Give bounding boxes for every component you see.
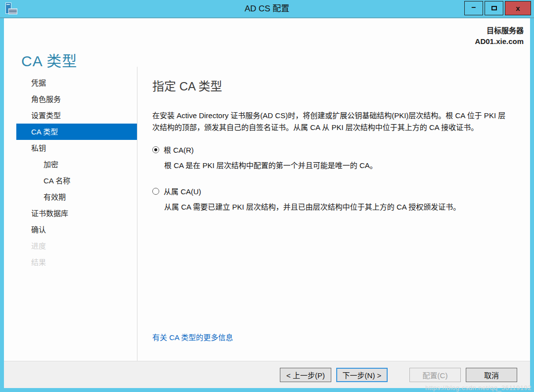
minimize-icon: – <box>472 3 476 11</box>
root-ca-description: 根 CA 是在 PKI 层次结构中配置的第一个并且可能是唯一的 CA。 <box>164 160 512 171</box>
configure-button: 配置(C) <box>409 368 461 382</box>
wizard-content: 凭据 角色服务 设置类型 CA 类型 私钥 加密 CA 名称 有效期 证书数据库… <box>4 67 530 361</box>
sidebar-item-results: 结果 <box>16 254 137 270</box>
subordinate-ca-label: 从属 CA(U) <box>164 186 201 196</box>
wizard-steps-sidebar: 凭据 角色服务 设置类型 CA 类型 私钥 加密 CA 名称 有效期 证书数据库… <box>4 67 137 361</box>
main-panel: 指定 CA 类型 在安装 Active Directory 证书服务(AD CS… <box>137 67 530 361</box>
sidebar-item-certificate-database[interactable]: 证书数据库 <box>16 205 137 221</box>
sidebar-item-confirmation[interactable]: 确认 <box>16 221 137 238</box>
sidebar-item-setup-type[interactable]: 设置类型 <box>16 107 137 124</box>
sidebar-item-cryptography[interactable]: 加密 <box>16 156 137 173</box>
maximize-button[interactable] <box>485 1 503 15</box>
titlebar: AD CS 配置 – x <box>0 0 534 17</box>
ca-type-options: 根 CA(R) 根 CA 是在 PKI 层次结构中配置的第一个并且可能是唯一的 … <box>152 144 512 213</box>
subordinate-ca-description: 从属 CA 需要已建立 PKI 层次结构，并且已由层次结构中位于其上方的 CA … <box>164 202 512 213</box>
root-ca-label: 根 CA(R) <box>164 144 194 155</box>
previous-button[interactable]: < 上一步(P) <box>280 368 331 382</box>
minimize-button[interactable]: – <box>464 1 483 15</box>
radio-checked-icon[interactable] <box>152 146 159 153</box>
option-subordinate-ca: 从属 CA(U) 从属 CA 需要已建立 PKI 层次结构，并且已由层次结构中位… <box>152 186 512 213</box>
sidebar-item-progress: 进度 <box>16 238 137 254</box>
root-ca-radio-row[interactable]: 根 CA(R) <box>152 144 512 155</box>
window-title: AD CS 配置 <box>0 0 534 17</box>
more-info-link[interactable]: 有关 CA 类型的更多信息 <box>152 332 233 342</box>
intro-paragraph: 在安装 Active Directory 证书服务(AD CS)时，将创建或扩展… <box>152 110 512 133</box>
window-controls: – x <box>464 1 531 15</box>
target-server-label: 目标服务器 <box>475 25 524 36</box>
close-icon: x <box>516 4 520 12</box>
close-button[interactable]: x <box>505 1 531 15</box>
target-server-block: 目标服务器 AD01.xie.com <box>475 25 524 47</box>
radio-unchecked-icon[interactable] <box>152 188 159 195</box>
sidebar-item-credentials[interactable]: 凭据 <box>16 75 137 91</box>
adcs-config-window: AD CS 配置 – x CA 类型 目标服务器 AD01.xie.com <box>0 0 534 392</box>
target-server-name: AD01.xie.com <box>475 36 524 47</box>
next-button[interactable]: 下一步(N) > <box>336 368 388 382</box>
cancel-button[interactable]: 取消 <box>466 368 517 382</box>
maximize-icon <box>491 6 497 10</box>
wizard-body: CA 类型 目标服务器 AD01.xie.com 凭据 角色服务 设置类型 CA… <box>4 18 530 388</box>
sidebar-item-ca-type[interactable]: CA 类型 <box>16 124 137 140</box>
page-title: CA 类型 <box>21 49 77 71</box>
wizard-header: CA 类型 目标服务器 AD01.xie.com <box>4 18 530 67</box>
subordinate-ca-radio-row[interactable]: 从属 CA(U) <box>152 186 512 196</box>
sidebar-item-validity-period[interactable]: 有效期 <box>16 189 137 205</box>
sidebar-item-role-services[interactable]: 角色服务 <box>16 91 137 107</box>
sidebar-item-ca-name[interactable]: CA 名称 <box>16 173 137 189</box>
option-root-ca: 根 CA(R) 根 CA 是在 PKI 层次结构中配置的第一个并且可能是唯一的 … <box>152 144 512 171</box>
wizard-footer: < 上一步(P) 下一步(N) > 配置(C) 取消 <box>4 361 530 388</box>
sidebar-item-private-key[interactable]: 私钥 <box>16 140 137 156</box>
main-heading: 指定 CA 类型 <box>152 77 512 94</box>
